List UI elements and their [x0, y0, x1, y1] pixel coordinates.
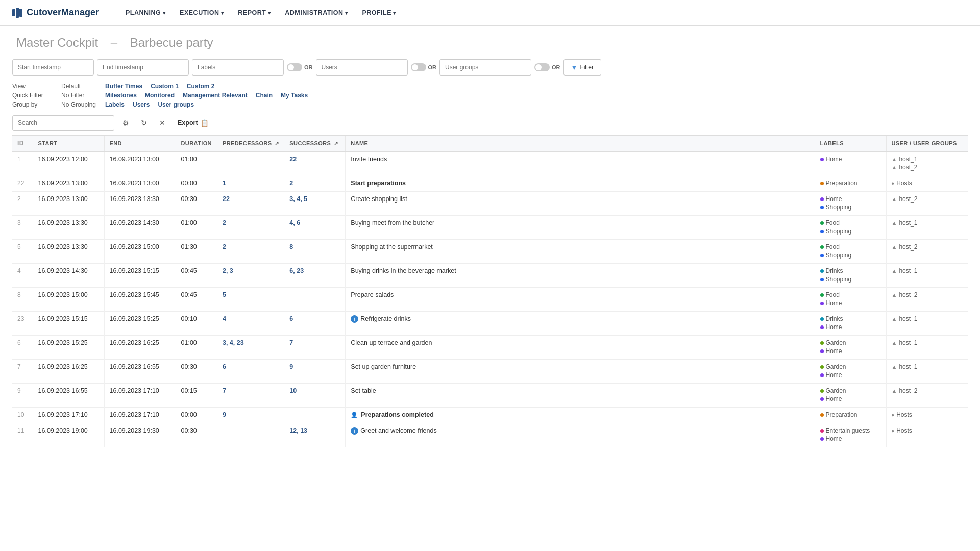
cell-successors[interactable]: 2	[284, 176, 346, 192]
user-icon: ▲	[892, 388, 897, 394]
cell-successors[interactable]: 9	[284, 360, 346, 384]
cell-successors[interactable]: 4, 6	[284, 216, 346, 240]
table-row: 716.09.2023 16:2516.09.2023 16:5500:3069…	[12, 360, 968, 384]
user-icon: ▲	[892, 268, 897, 274]
cell-users: ♦Hosts	[886, 423, 968, 447]
cell-start: 16.09.2023 14:30	[33, 264, 104, 288]
labels-input[interactable]	[192, 59, 284, 76]
view-label: View	[12, 83, 58, 90]
nav-report[interactable]: REPORT	[232, 6, 277, 19]
brand-icon	[12, 8, 22, 18]
toolbar: ⚙ ↻ ✕ Export 📋	[12, 115, 968, 131]
end-timestamp-input[interactable]	[97, 59, 189, 76]
refresh-button[interactable]: ↻	[137, 116, 151, 130]
start-timestamp-input[interactable]	[12, 59, 94, 76]
nav-planning[interactable]: PLANNING	[119, 6, 172, 19]
label-dot	[820, 197, 824, 201]
labels-group-option[interactable]: Labels	[105, 101, 125, 108]
label-text: Garden	[826, 363, 846, 370]
cell-id: 3	[12, 216, 33, 240]
label-dot	[820, 317, 824, 321]
user-name: host_2	[899, 164, 917, 171]
monitored-option[interactable]: Monitored	[145, 92, 175, 99]
or-label-2: OR	[428, 64, 437, 70]
cell-predecessors[interactable]: 5	[217, 288, 284, 312]
label-text: Home	[826, 347, 842, 355]
group-by-label: Group by	[12, 101, 58, 108]
my-tasks-option[interactable]: My Tasks	[281, 92, 308, 99]
nav-execution[interactable]: EXECUTION	[174, 6, 230, 19]
cell-start: 16.09.2023 17:10	[33, 408, 104, 423]
user-entry: ▲host_2	[892, 291, 963, 298]
cell-successors[interactable]: 8	[284, 240, 346, 264]
cell-predecessors[interactable]: 9	[217, 408, 284, 423]
label-text: Food	[826, 243, 840, 251]
label-dot	[820, 278, 824, 281]
cell-successors[interactable]: 6	[284, 312, 346, 336]
user-groups-group-option[interactable]: User groups	[158, 101, 194, 108]
user-name: host_2	[899, 291, 917, 298]
filter-button[interactable]: ▼ Filter	[564, 59, 602, 76]
cell-labels: FoodShopping	[815, 240, 886, 264]
label-dot	[820, 254, 824, 257]
toggle-3[interactable]	[534, 63, 550, 71]
cell-predecessors[interactable]: 6	[217, 360, 284, 384]
user-name: Hosts	[896, 180, 912, 187]
label-tag: Home	[820, 395, 881, 403]
label-text: Home	[826, 299, 842, 307]
table-row: 1116.09.2023 19:0016.09.2023 19:3000:301…	[12, 423, 968, 447]
label-dot	[820, 206, 824, 209]
cell-predecessors[interactable]: 2	[217, 216, 284, 240]
cell-successors[interactable]: 3, 4, 5	[284, 192, 346, 216]
label-text: Shopping	[826, 204, 852, 211]
export-button[interactable]: Export 📋	[178, 119, 209, 127]
cell-successors[interactable]: 6, 23	[284, 264, 346, 288]
custom2-option[interactable]: Custom 2	[187, 83, 215, 90]
chain-option[interactable]: Chain	[256, 92, 273, 99]
user-name: host_1	[899, 363, 917, 370]
cell-users: ♦Hosts	[886, 176, 968, 192]
cell-id: 4	[12, 264, 33, 288]
buffer-times-option[interactable]: Buffer Times	[105, 83, 142, 90]
nav-administration[interactable]: ADMINISTRATION	[279, 6, 354, 19]
users-input[interactable]	[316, 59, 408, 76]
cell-predecessors[interactable]: 22	[217, 192, 284, 216]
cell-predecessors[interactable]: 2, 3	[217, 264, 284, 288]
col-header-start: START	[33, 135, 104, 152]
user-entry: ▲host_1	[892, 156, 963, 163]
navbar: CutoverManager PLANNING EXECUTION REPORT…	[0, 0, 980, 26]
cell-predecessors[interactable]: 3, 4, 23	[217, 336, 284, 360]
users-group-option[interactable]: Users	[133, 101, 150, 108]
user-entry: ▲host_2	[892, 243, 963, 251]
cell-successors[interactable]: 12, 13	[284, 423, 346, 447]
mgmt-relevant-option[interactable]: Management Relevant	[183, 92, 248, 99]
filter-settings-button[interactable]: ⚙	[118, 116, 133, 130]
export-label: Export	[178, 119, 198, 127]
label-tag: Garden	[820, 363, 881, 370]
cell-id: 22	[12, 176, 33, 192]
user-entry: ▲host_1	[892, 363, 963, 370]
cell-id: 1	[12, 152, 33, 176]
cell-name: 👤 Preparations completed	[346, 408, 815, 423]
nav-profile[interactable]: PROFILE	[356, 6, 402, 19]
cell-successors[interactable]: 22	[284, 152, 346, 176]
toggle-2[interactable]	[411, 63, 426, 71]
cell-predecessors[interactable]: 4	[217, 312, 284, 336]
milestones-option[interactable]: Milestones	[105, 92, 137, 99]
col-header-labels: LABELS	[815, 135, 886, 152]
cell-predecessors[interactable]: 2	[217, 240, 284, 264]
user-groups-input[interactable]	[439, 59, 531, 76]
custom1-option[interactable]: Custom 1	[151, 83, 179, 90]
col-header-predecessors[interactable]: PREDECESSORS ↗	[217, 135, 284, 152]
cell-predecessors[interactable]: 1	[217, 176, 284, 192]
toggle-1[interactable]	[287, 63, 302, 71]
cell-start: 16.09.2023 15:00	[33, 288, 104, 312]
cell-end: 16.09.2023 13:00	[104, 152, 176, 176]
cell-successors[interactable]: 7	[284, 336, 346, 360]
col-header-successors[interactable]: SUCCESSORS ↗	[284, 135, 346, 152]
cell-predecessors[interactable]: 7	[217, 384, 284, 408]
cell-successors[interactable]: 10	[284, 384, 346, 408]
clear-button[interactable]: ✕	[155, 116, 169, 130]
cell-start: 16.09.2023 13:30	[33, 216, 104, 240]
search-input[interactable]	[12, 115, 114, 131]
